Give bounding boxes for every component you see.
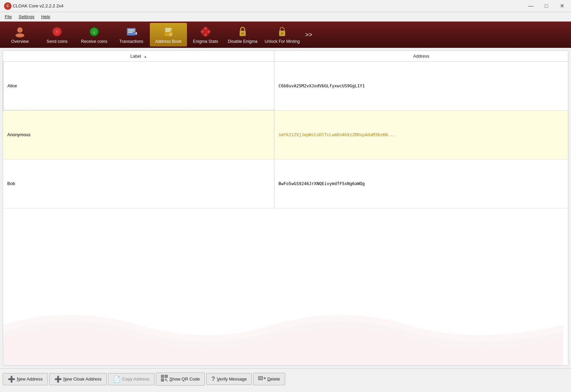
menu-help[interactable]: Help [38, 13, 54, 21]
app-logo: C [4, 2, 11, 10]
svg-point-21 [204, 27, 207, 30]
svg-rect-42 [259, 377, 262, 380]
toolbar-label-transactions: Transactions [119, 39, 143, 44]
svg-rect-14 [165, 28, 171, 29]
menubar: File Settings Help [0, 12, 571, 22]
svg-rect-40 [167, 381, 168, 382]
transactions-icon [125, 26, 137, 38]
svg-rect-37 [166, 379, 167, 380]
svg-rect-15 [165, 30, 171, 30]
row-alice-address: C6b8uvA25M2vXJodVbGLfyxwcUS9GgL1Y1 [274, 62, 568, 111]
svg-rect-33 [166, 376, 167, 377]
table-row[interactable]: Anonymous smYk21ZVjJepWiCoDlTcLwmDnAhXzZ… [3, 110, 568, 159]
main-content-area: Label ▲ Address Alice C6b8uvA25M2vXJodVb… [3, 51, 568, 366]
new-cloak-address-button[interactable]: ➕ New Cloak Address [49, 373, 107, 385]
send-coins-icon: ↑ [51, 26, 63, 38]
svg-rect-31 [162, 376, 163, 377]
svg-point-24 [208, 30, 210, 33]
svg-rect-27 [242, 33, 244, 34]
table-row[interactable]: Bob BwFo5wGS9246JrXNQEivymdfF5xNg6aWQg [3, 159, 568, 208]
svg-rect-10 [128, 31, 135, 31]
svg-rect-38 [165, 380, 166, 381]
delete-label: Delete [267, 376, 280, 382]
svg-rect-9 [128, 29, 135, 30]
empty-area [3, 208, 568, 365]
close-button[interactable]: ✕ [557, 1, 567, 11]
show-qr-code-icon [161, 375, 168, 383]
show-qr-code-label: Show QR Code [169, 376, 200, 382]
bottom-toolbar: ➕ New Address ➕ New Cloak Address 📄 Copy… [0, 368, 571, 389]
new-cloak-address-label: New Cloak Address [63, 376, 102, 382]
verify-message-button[interactable]: ? Verify Message [206, 373, 252, 385]
new-address-label: New Address [17, 376, 43, 382]
menu-file-label: File [5, 14, 12, 19]
delete-button[interactable]: Delete [253, 373, 285, 385]
address-book-panel: Label ▲ Address Alice C6b8uvA25M2vXJodVb… [3, 51, 568, 365]
unlock-minting-icon [276, 26, 288, 38]
svg-point-23 [201, 30, 203, 33]
maximize-button[interactable]: □ [541, 1, 551, 11]
enigma-stats-icon [199, 26, 212, 38]
copy-address-button[interactable]: 📄 Copy Address [108, 373, 155, 385]
toolbar-label-address-book: Address Book [155, 39, 182, 44]
svg-rect-36 [165, 379, 166, 380]
toolbar-label-disable-enigma: Disable Enigma [228, 39, 257, 44]
overview-icon [14, 26, 26, 38]
app-title: CLOAK Core v2.2.2.2 2x4 [13, 3, 526, 8]
main-toolbar: Overview ↑ Send coins ↓ Receive coins [0, 22, 571, 48]
toolbar-label-receive-coins: Receive coins [81, 39, 107, 44]
svg-point-22 [204, 34, 207, 36]
toolbar-btn-send-coins[interactable]: ↑ Send coins [38, 23, 76, 47]
disable-enigma-icon [237, 26, 249, 38]
table-row[interactable]: Alice C6b8uvA25M2vXJodVbGLfyxwcUS9GgL1Y1 [3, 62, 568, 111]
svg-rect-35 [162, 380, 163, 381]
verify-message-icon: ? [211, 375, 215, 383]
titlebar: C CLOAK Core v2.2.2.2 2x4 — □ ✕ [0, 0, 571, 12]
svg-rect-8 [127, 28, 136, 35]
svg-rect-16 [165, 31, 170, 32]
row-bob-label: Bob [3, 159, 274, 208]
row-anonymous-label: Anonymous [3, 110, 274, 159]
svg-text:@: @ [169, 32, 172, 36]
svg-point-1 [16, 33, 24, 37]
svg-text:↑: ↑ [56, 29, 58, 34]
toolbar-label-overview: Overview [11, 39, 29, 44]
toolbar-label-unlock-minting: Unlock For Minting [265, 39, 300, 44]
minimize-button[interactable]: — [526, 1, 536, 11]
delete-icon [258, 375, 266, 383]
toolbar-btn-address-book[interactable]: @ Address Book [150, 23, 187, 47]
new-address-button[interactable]: ➕ New Address [3, 373, 48, 385]
window-controls: — □ ✕ [526, 1, 567, 11]
toolbar-more-btn[interactable]: >> [303, 31, 314, 38]
show-qr-code-button[interactable]: Show QR Code [156, 372, 205, 386]
row-alice-label: Alice [3, 62, 274, 111]
col-header-label[interactable]: Label ▲ [3, 51, 274, 62]
address-table: Label ▲ Address Alice C6b8uvA25M2vXJodVb… [3, 51, 568, 208]
svg-rect-11 [128, 32, 133, 33]
toolbar-btn-overview[interactable]: Overview [1, 23, 38, 47]
svg-point-0 [17, 27, 23, 33]
wave-decoration [3, 298, 563, 365]
toolbar-btn-disable-enigma[interactable]: Disable Enigma [224, 23, 261, 47]
copy-address-label: Copy Address [122, 376, 149, 382]
row-bob-address: BwFo5wGS9246JrXNQEivymdfF5xNg6aWQg [274, 159, 568, 208]
toolbar-label-send-coins: Send coins [47, 39, 67, 44]
menu-settings[interactable]: Settings [15, 13, 38, 21]
menu-settings-label: Settings [19, 14, 34, 19]
new-address-icon: ➕ [8, 375, 15, 383]
toolbar-btn-receive-coins[interactable]: ↓ Receive coins [76, 23, 113, 47]
toolbar-btn-enigma-stats[interactable]: Enigma Stats [187, 23, 224, 47]
col-header-address[interactable]: Address [274, 51, 568, 62]
address-book-icon: @ [162, 26, 174, 38]
toolbar-btn-transactions[interactable]: Transactions [113, 23, 150, 47]
svg-rect-39 [166, 380, 167, 381]
copy-address-icon: 📄 [113, 375, 120, 383]
svg-point-25 [204, 30, 207, 33]
receive-coins-icon: ↓ [88, 26, 100, 38]
menu-file[interactable]: File [1, 13, 15, 21]
svg-rect-29 [281, 33, 283, 34]
toolbar-btn-unlock-minting[interactable]: Unlock For Minting [261, 23, 303, 47]
verify-message-label: Verify Message [217, 376, 247, 382]
svg-text:↓: ↓ [93, 29, 96, 34]
row-anonymous-address: smYk21ZVjJepWiCoDlTcLwmDnAhXzZRDxpAdaM3b… [274, 110, 568, 159]
